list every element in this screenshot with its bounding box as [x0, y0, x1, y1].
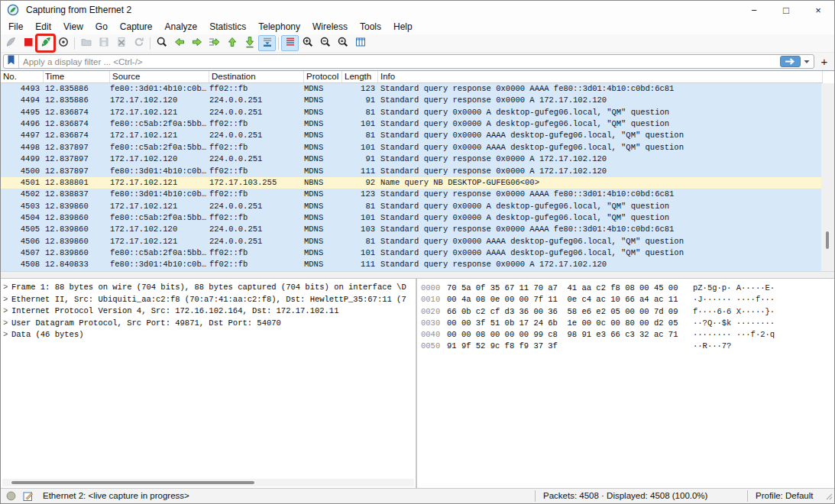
hex-bytes: 00 00 3f 51 0b 17 24 6b 1e 00 0c 00 80 0… — [447, 318, 693, 329]
go-back-button[interactable] — [170, 35, 188, 51]
packet-row[interactable]: 449612.836874fe80::c5ab:2f0a:5bb…ff02::f… — [1, 118, 823, 130]
toolbar-separator — [150, 37, 150, 50]
packet-list-scrollbar[interactable] — [821, 83, 834, 271]
menu-item-tools[interactable]: Tools — [354, 20, 387, 34]
hex-row[interactable]: 001000 4a 08 0e 00 00 7f 11 0e c4 ac 10 … — [417, 294, 834, 305]
filter-dropdown-button[interactable] — [804, 60, 810, 64]
start-capture-button[interactable] — [2, 35, 19, 51]
packet-row[interactable]: 450312.839860172.17.102.121224.0.0.251MD… — [1, 201, 823, 212]
packet-row[interactable]: 449512.836874172.17.102.121224.0.0.251MD… — [1, 107, 823, 118]
apply-filter-button[interactable] — [780, 56, 801, 67]
add-filter-button[interactable]: + — [817, 55, 832, 68]
packet-row[interactable]: 450212.838837fe80::3d01:4b10:c0b…ff02::f… — [1, 189, 823, 200]
column-header-source[interactable]: Source — [110, 71, 209, 82]
menu-item-help[interactable]: Help — [387, 20, 419, 34]
packet-row[interactable]: 450612.839860172.17.102.121224.0.0.251MD… — [1, 236, 823, 247]
column-header-length[interactable]: Length — [342, 71, 378, 82]
zoom-in-button[interactable] — [299, 35, 316, 51]
go-last-packet-button[interactable] — [241, 35, 258, 51]
cell-proto: MDNS — [304, 118, 342, 130]
packet-row[interactable]: 450712.839860fe80::c5ab:2f0a:5bb…ff02::f… — [1, 247, 823, 259]
menu-item-analyze[interactable]: Analyze — [159, 20, 204, 34]
colorize-toggle[interactable] — [281, 35, 299, 51]
pane-splitter[interactable] — [1, 271, 834, 279]
arrow-up-icon — [226, 36, 238, 51]
zoom-reset-button[interactable] — [334, 35, 351, 51]
title-bar[interactable]: Capturing from Ethernet 2 − □ × — [1, 1, 834, 19]
packet-count-text: Packets: 4508 · Displayed: 4508 (100.0%) — [543, 491, 707, 500]
save-file-button[interactable] — [95, 35, 112, 51]
cell-dst: 224.0.0.251 — [209, 224, 304, 235]
close-button[interactable]: × — [802, 1, 834, 19]
profile-text[interactable]: Profile: Default — [756, 491, 813, 500]
expand-arrow-icon[interactable]: > — [3, 282, 11, 294]
hex-row[interactable]: 000070 5a 0f 35 67 11 70 a7 41 aa c2 f8 … — [417, 283, 834, 294]
go-forward-button[interactable] — [188, 35, 206, 51]
cell-info: Standard query 0x0000 A desktop-gufeg06.… — [378, 201, 823, 212]
restart-capture-button[interactable] — [37, 35, 54, 51]
scrollbar-thumb[interactable] — [11, 481, 254, 484]
column-header-time[interactable]: Time — [44, 71, 110, 82]
detail-line[interactable]: >Ethernet II, Src: Ubiquiti_aa:c2:f8 (70… — [1, 294, 416, 306]
hex-row[interactable]: 005091 9f 52 9c f8 f9 37 3f··R···7? — [417, 341, 834, 352]
expert-info-icon[interactable] — [6, 491, 16, 502]
display-filter-input[interactable]: Apply a display filter ... <Ctrl-/> — [3, 54, 814, 69]
menu-item-go[interactable]: Go — [89, 20, 114, 34]
scrollbar-thumb[interactable] — [826, 231, 829, 249]
resize-columns-button[interactable] — [351, 35, 369, 51]
packet-row[interactable]: 449312.835886fe80::3d01:4b10:c0b…ff02::f… — [1, 83, 823, 95]
go-to-packet-button[interactable] — [206, 35, 223, 51]
column-header-info[interactable]: Info — [378, 71, 823, 82]
cell-len: 92 — [342, 177, 378, 189]
cell-dst: 224.0.0.251 — [209, 130, 304, 141]
packet-row[interactable]: 450812.840833fe80::3d01:4b10:c0b…ff02::f… — [1, 259, 823, 270]
packet-row[interactable]: 449812.837897fe80::c5ab:2f0a:5bb…ff02::f… — [1, 142, 823, 153]
menu-item-statistics[interactable]: Statistics — [203, 20, 252, 34]
expand-arrow-icon[interactable]: > — [3, 294, 11, 306]
packet-row[interactable]: 449412.835886172.17.102.120224.0.0.251MD… — [1, 95, 823, 106]
packet-row[interactable]: 449912.837897172.17.102.120224.0.0.251MD… — [1, 153, 823, 165]
expand-arrow-icon[interactable]: > — [3, 329, 11, 341]
auto-scroll-toggle[interactable] — [258, 35, 276, 51]
menu-item-capture[interactable]: Capture — [114, 20, 159, 34]
packet-row[interactable]: 450412.839860fe80::c5ab:2f0a:5bb…ff02::f… — [1, 212, 823, 224]
menu-item-view[interactable]: View — [57, 20, 89, 34]
menu-item-edit[interactable]: Edit — [29, 20, 57, 34]
hex-row[interactable]: 004000 00 08 00 00 00 99 c8 98 91 e3 66 … — [417, 329, 834, 341]
menu-item-telephony[interactable]: Telephony — [252, 20, 306, 34]
filter-bookmark-button[interactable] — [4, 55, 19, 68]
find-packet-button[interactable] — [153, 35, 170, 51]
menu-item-wireless[interactable]: Wireless — [306, 20, 354, 34]
packet-row[interactable]: 449712.836874172.17.102.121224.0.0.251MD… — [1, 130, 823, 141]
reload-file-button[interactable] — [130, 35, 147, 51]
minimize-button[interactable]: − — [738, 1, 770, 19]
hex-row[interactable]: 003000 00 3f 51 0b 17 24 6b 1e 00 0c 00 … — [417, 318, 834, 329]
packet-row[interactable]: 450112.838801172.17.102.121172.17.103.25… — [1, 177, 823, 189]
packet-row[interactable]: 450512.839860172.17.102.120224.0.0.251MD… — [1, 224, 823, 235]
detail-line[interactable]: >Frame 1: 88 bytes on wire (704 bits), 8… — [1, 282, 416, 294]
expand-arrow-icon[interactable]: > — [3, 318, 11, 330]
detail-line[interactable]: >Data (46 bytes) — [1, 329, 416, 341]
open-file-button[interactable] — [77, 35, 95, 51]
detail-line[interactable]: >Internet Protocol Version 4, Src: 172.1… — [1, 305, 416, 318]
capture-options-button[interactable] — [54, 35, 72, 51]
close-file-button[interactable] — [112, 35, 130, 51]
packet-row[interactable]: 450012.837897fe80::3d01:4b10:c0b…ff02::f… — [1, 166, 823, 177]
capture-comment-icon[interactable] — [23, 491, 34, 503]
column-header-no[interactable]: No. — [1, 71, 44, 82]
detail-line[interactable]: >User Datagram Protocol, Src Port: 49871… — [1, 318, 416, 330]
cell-time: 12.837897 — [44, 142, 110, 153]
menu-item-file[interactable]: File — [2, 20, 29, 34]
column-header-protocol[interactable]: Protocol — [304, 71, 342, 82]
resize-grip[interactable] — [826, 493, 833, 502]
zoom-out-button[interactable] — [316, 35, 334, 51]
column-header-destination[interactable]: Destination — [209, 71, 304, 82]
expand-arrow-icon[interactable]: > — [3, 305, 11, 318]
maximize-button[interactable]: □ — [770, 1, 802, 19]
details-scrollbar[interactable] — [2, 479, 414, 486]
go-first-packet-button[interactable] — [223, 35, 241, 51]
search-icon — [156, 36, 168, 51]
gear-icon — [57, 36, 70, 51]
stop-capture-button[interactable] — [19, 35, 37, 51]
hex-row[interactable]: 002066 0b c2 cf d3 36 00 36 58 e6 e2 05 … — [417, 306, 834, 318]
